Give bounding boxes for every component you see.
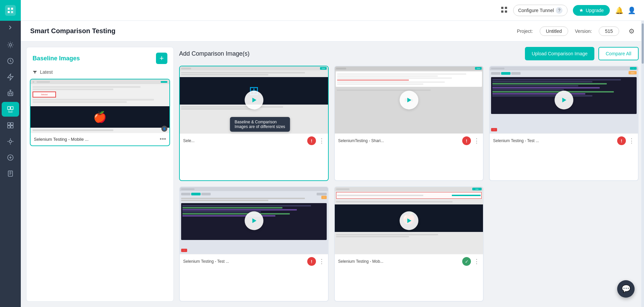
error-badge-4: ! — [307, 257, 316, 266]
comparison-card-5: 5 ✕ Live — [334, 186, 484, 302]
vertical-scrollbar[interactable] — [641, 42, 644, 307]
scrollbar-thumb — [642, 42, 644, 64]
project-label: Project: — [517, 28, 533, 34]
configure-tunnel-label: Configure Tunnel — [518, 8, 554, 13]
svg-rect-18 — [505, 10, 507, 13]
success-badge-5: ✓ — [462, 257, 471, 266]
card-footer-1: Sele... Baseline & ComparisonImages are … — [180, 133, 328, 148]
nav-item-lightning[interactable] — [2, 70, 19, 84]
svg-point-4 — [9, 93, 10, 94]
card-menu-2[interactable]: ⋮ — [474, 137, 480, 144]
run-button-2[interactable] — [399, 90, 418, 109]
svg-rect-7 — [11, 107, 13, 110]
nav-item-compare[interactable] — [2, 102, 19, 117]
sidebar-header: Baseline Images + — [26, 47, 173, 68]
sidebar-list: Selected 🍎 — [26, 79, 173, 301]
svg-rect-9 — [11, 123, 13, 125]
nav-item-history[interactable] — [2, 54, 19, 68]
nav-item-files[interactable] — [2, 166, 19, 181]
version-value[interactable]: 515 — [599, 26, 619, 36]
svg-marker-21 — [562, 98, 566, 102]
card-footer-5: Selenium Testing - Mob... ✓ ⋮ — [335, 254, 483, 268]
sidebar-item-footer: Selenium Testing - Mobile ... ••• — [31, 133, 169, 145]
run-button-4[interactable] — [245, 211, 263, 230]
error-badge-2: ! — [462, 136, 471, 145]
error-badge-3: ! — [617, 136, 626, 145]
version-label: Version: — [575, 28, 592, 34]
card-footer-4: Selenium Testing - Test ... ! ⋮ — [180, 254, 328, 268]
compare-all-button[interactable]: Compare All — [598, 47, 639, 60]
baseline-item-name: Selenium Testing - Mobile ... — [34, 137, 89, 142]
card-menu-1[interactable]: ⋮ — [319, 137, 325, 144]
svg-rect-11 — [11, 126, 13, 128]
svg-rect-14 — [8, 171, 13, 177]
baseline-image-item[interactable]: Selected 🍎 — [30, 79, 170, 146]
run-button-5[interactable] — [399, 211, 418, 230]
card-menu-3[interactable]: ⋮ — [629, 137, 635, 144]
nav-item-bug[interactable] — [2, 134, 19, 149]
add-baseline-button[interactable]: + — [156, 53, 167, 64]
svg-marker-19 — [252, 98, 256, 102]
svg-rect-10 — [8, 126, 10, 128]
card-footer-3: Selenium Testing - Test ... ! ⋮ — [490, 133, 638, 148]
svg-marker-23 — [407, 218, 411, 223]
card-menu-4[interactable]: ⋮ — [319, 258, 325, 265]
svg-rect-0 — [5, 5, 16, 16]
comparison-card-2: 2 ✕ Live — [334, 66, 484, 181]
card-name-3: Selenium Testing - Test ... — [493, 138, 614, 143]
svg-rect-16 — [505, 7, 507, 9]
comparison-title: Add Comparison Image(s) — [179, 50, 250, 57]
svg-rect-6 — [8, 107, 10, 110]
grid-view-icon[interactable] — [500, 6, 508, 15]
upload-comparison-button[interactable]: Upload Comparison Image — [525, 47, 594, 60]
card-thumb-1: Live ⊞ — [180, 66, 328, 133]
svg-point-1 — [9, 44, 11, 46]
nav-expand-arrow[interactable] — [0, 21, 21, 34]
filter-label: Latest — [40, 69, 53, 75]
page-header: Smart Comparison Testing Project: Untitl… — [21, 21, 644, 42]
nav-item-robot[interactable] — [2, 86, 19, 101]
card-name-4: Selenium Testing - Test ... — [183, 259, 305, 264]
project-value[interactable]: Untitled — [540, 26, 568, 36]
card-name-5: Selenium Testing - Mob... — [338, 259, 460, 264]
content-area: Baseline Images + Latest — [21, 42, 644, 307]
card-footer-2: SeleniumTesting - Shari... ! ⋮ — [335, 133, 483, 148]
baseline-images-sidebar: Baseline Images + Latest — [26, 47, 174, 302]
card-menu-5[interactable]: ⋮ — [474, 258, 480, 265]
baseline-item-menu[interactable]: ••• — [160, 136, 166, 143]
comparison-card-3: 3 ✕ ↑ — [489, 66, 639, 181]
svg-point-5 — [11, 93, 12, 94]
comparison-panel: Add Comparison Image(s) Upload Compariso… — [174, 42, 644, 307]
card-thumb-4: ! ! Run — [180, 187, 328, 254]
sidebar-title: Baseline Images — [33, 55, 80, 62]
comparison-header: Add Comparison Image(s) Upload Compariso… — [179, 47, 639, 60]
card-thumb-3: ↑ — [490, 66, 638, 133]
nav-item-blocks[interactable] — [2, 118, 19, 133]
upgrade-label: Upgrade — [586, 8, 604, 13]
comparison-image-grid: 1 ✕ Live — [179, 66, 639, 302]
nav-item-dashboard[interactable] — [2, 38, 19, 52]
run-button-1[interactable] — [245, 90, 263, 109]
configure-tunnel-button[interactable]: Configure Tunnel ? — [513, 5, 568, 16]
top-bar: Configure Tunnel ? Upgrade 🔔 👤 — [21, 0, 644, 21]
upgrade-button[interactable]: Upgrade — [573, 5, 610, 16]
comparison-card-4: 4 ✕ — [179, 186, 329, 302]
logo[interactable] — [0, 0, 21, 21]
main-content: Smart Comparison Testing Project: Untitl… — [21, 21, 644, 307]
page-title: Smart Comparison Testing — [30, 27, 510, 35]
help-icon: ? — [556, 7, 562, 14]
nav-item-circle[interactable] — [2, 150, 19, 165]
notifications-icon[interactable]: 🔔 — [615, 6, 624, 14]
comparison-actions: Upload Comparison Image Compare All — [525, 47, 639, 60]
user-avatar-icon[interactable]: 👤 — [628, 6, 636, 14]
card-name-2: SeleniumTesting - Shari... — [338, 138, 460, 143]
chat-button[interactable]: 💬 — [617, 280, 635, 298]
settings-icon[interactable]: ⚙ — [629, 27, 635, 35]
svg-marker-20 — [407, 98, 411, 102]
sidebar-filter[interactable]: Latest — [26, 68, 173, 79]
card-name-1: Sele... — [183, 138, 305, 143]
svg-rect-15 — [501, 7, 503, 9]
run-button-3[interactable] — [554, 90, 573, 109]
svg-rect-17 — [501, 10, 503, 13]
svg-rect-8 — [8, 123, 10, 125]
